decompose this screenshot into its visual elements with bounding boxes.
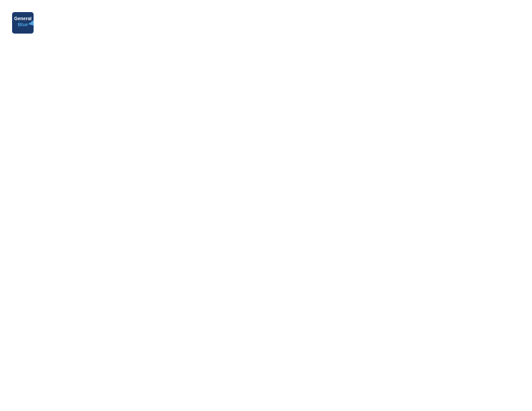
header: General Blue (11, 11, 521, 35)
svg-text:General: General (14, 16, 32, 21)
logo: General Blue (11, 11, 38, 35)
logo-icon: General Blue (11, 11, 35, 35)
svg-text:Blue: Blue (17, 22, 28, 27)
